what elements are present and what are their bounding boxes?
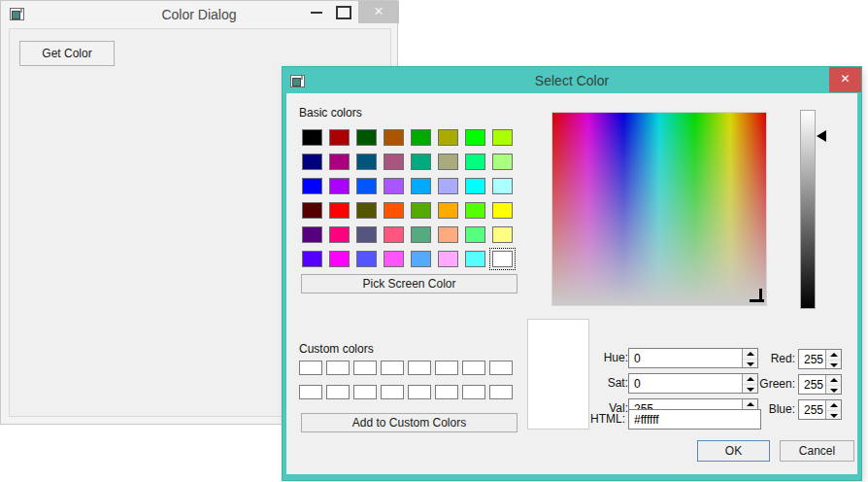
basic-color-swatch[interactable]: [356, 202, 377, 219]
basic-color-swatch[interactable]: [492, 154, 513, 170]
basic-color-swatch[interactable]: [438, 178, 458, 194]
custom-color-swatch[interactable]: [435, 385, 458, 399]
basic-color-swatch[interactable]: [411, 129, 431, 146]
basic-color-swatch[interactable]: [384, 154, 404, 170]
minimize-icon[interactable]: [304, 1, 329, 22]
green-spinbox: [798, 374, 842, 395]
sat-label: Sat:: [568, 373, 628, 394]
custom-color-swatch[interactable]: [326, 385, 350, 399]
custom-color-swatch[interactable]: [381, 385, 404, 399]
custom-color-swatch[interactable]: [326, 361, 350, 375]
dialog-close-icon[interactable]: ✕: [829, 67, 861, 92]
basic-color-swatch[interactable]: [384, 202, 404, 219]
basic-color-swatch[interactable]: [302, 226, 322, 243]
hue-saturation-picker[interactable]: [551, 112, 767, 306]
ok-button[interactable]: OK: [697, 440, 770, 462]
basic-color-swatch[interactable]: [465, 129, 485, 146]
basic-color-swatch[interactable]: [465, 202, 485, 219]
hue-label: Hue:: [568, 348, 628, 368]
basic-color-swatch[interactable]: [411, 251, 431, 267]
basic-color-swatch[interactable]: [356, 129, 377, 146]
basic-color-swatch[interactable]: [302, 129, 322, 146]
basic-color-swatch[interactable]: [438, 202, 458, 219]
basic-color-swatch[interactable]: [411, 154, 431, 170]
basic-color-swatch[interactable]: [329, 154, 350, 170]
red-spin-up-icon[interactable]: [826, 350, 841, 360]
blue-spinbox: [798, 399, 842, 420]
basic-color-swatch[interactable]: [411, 226, 431, 243]
red-spin-down-icon[interactable]: [826, 360, 841, 369]
basic-color-swatch[interactable]: [384, 178, 404, 194]
blue-spin-up-icon[interactable]: [826, 400, 841, 410]
custom-color-swatch[interactable]: [299, 361, 322, 375]
close-icon[interactable]: ✕: [358, 1, 399, 23]
basic-color-swatch[interactable]: [465, 178, 485, 194]
custom-color-swatch[interactable]: [489, 361, 513, 375]
sat-input[interactable]: [629, 374, 741, 393]
basic-color-swatch[interactable]: [384, 129, 404, 146]
custom-color-swatch[interactable]: [381, 361, 404, 375]
green-input[interactable]: [799, 375, 824, 394]
basic-color-swatch[interactable]: [411, 178, 431, 194]
basic-color-swatch[interactable]: [465, 154, 485, 170]
value-slider[interactable]: [800, 110, 816, 309]
value-slider-arrow[interactable]: [817, 130, 826, 142]
basic-color-swatch[interactable]: [492, 251, 513, 267]
basic-color-swatch[interactable]: [492, 202, 513, 219]
basic-color-swatch[interactable]: [438, 154, 458, 170]
basic-color-swatch[interactable]: [302, 202, 322, 219]
red-spin-buttons: [825, 350, 841, 368]
basic-color-swatch[interactable]: [329, 226, 350, 243]
green-spin-up-icon[interactable]: [826, 375, 841, 385]
custom-color-swatch[interactable]: [489, 385, 513, 399]
basic-color-swatch[interactable]: [356, 251, 377, 267]
custom-color-swatch[interactable]: [462, 385, 485, 399]
custom-colors-grid: [299, 361, 513, 399]
basic-color-swatch[interactable]: [329, 251, 350, 267]
pick-screen-color-button[interactable]: Pick Screen Color: [301, 274, 517, 293]
basic-color-swatch[interactable]: [438, 129, 458, 146]
custom-color-swatch[interactable]: [299, 385, 322, 399]
green-spin-down-icon[interactable]: [826, 385, 841, 395]
basic-color-swatch[interactable]: [384, 251, 404, 267]
basic-color-swatch[interactable]: [302, 178, 322, 194]
html-field: [628, 409, 761, 430]
basic-color-swatch[interactable]: [302, 154, 322, 170]
basic-color-swatch[interactable]: [302, 251, 322, 267]
basic-color-swatch[interactable]: [329, 129, 350, 146]
blue-spin-down-icon[interactable]: [826, 410, 841, 420]
basic-color-swatch[interactable]: [356, 178, 377, 194]
custom-color-swatch[interactable]: [462, 361, 485, 375]
hue-input[interactable]: [629, 349, 741, 367]
maximize-icon[interactable]: [329, 1, 354, 22]
basic-color-swatch[interactable]: [492, 129, 513, 146]
custom-color-swatch[interactable]: [435, 361, 458, 375]
basic-color-swatch[interactable]: [438, 226, 458, 243]
basic-color-swatch[interactable]: [356, 154, 377, 170]
basic-color-swatch[interactable]: [411, 202, 431, 219]
custom-color-swatch[interactable]: [353, 361, 377, 375]
custom-colors-label: Custom colors: [299, 342, 374, 356]
basic-color-swatch[interactable]: [329, 202, 350, 219]
dialog-titlebar[interactable]: Select Color ✕: [283, 67, 861, 93]
custom-color-swatch[interactable]: [408, 361, 431, 375]
titlebar[interactable]: Color Dialog ✕: [1, 1, 397, 28]
basic-color-swatch[interactable]: [465, 251, 485, 267]
add-to-custom-colors-button[interactable]: Add to Custom Colors: [301, 413, 517, 432]
html-input[interactable]: [629, 411, 760, 430]
custom-color-swatch[interactable]: [353, 385, 377, 399]
basic-color-swatch[interactable]: [356, 226, 377, 243]
get-color-button[interactable]: Get Color: [19, 41, 115, 66]
basic-color-swatch[interactable]: [492, 178, 513, 194]
basic-color-swatch[interactable]: [384, 226, 404, 243]
custom-color-swatch[interactable]: [408, 385, 431, 399]
dialog-title: Select Color: [283, 73, 861, 88]
basic-color-swatch[interactable]: [492, 226, 513, 243]
red-input[interactable]: [799, 350, 824, 368]
blue-input[interactable]: [799, 400, 824, 419]
basic-color-swatch[interactable]: [465, 226, 485, 243]
cancel-button[interactable]: Cancel: [780, 440, 854, 462]
basic-color-swatch[interactable]: [438, 251, 458, 267]
basic-colors-grid: [302, 129, 513, 267]
basic-color-swatch[interactable]: [329, 178, 350, 194]
